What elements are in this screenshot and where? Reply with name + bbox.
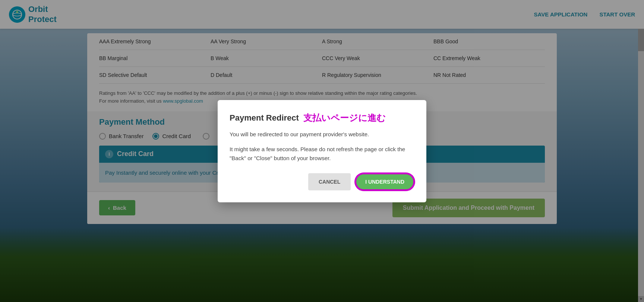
modal-body: You will be redirected to our payment pr…	[230, 130, 414, 163]
modal-actions: CANCEL I UNDERSTAND	[230, 173, 414, 190]
modal-body-line1: You will be redirected to our payment pr…	[230, 130, 414, 139]
modal-title: Payment Redirect 支払いページに進む	[230, 112, 414, 124]
understand-button[interactable]: I UNDERSTAND	[355, 173, 414, 190]
modal-overlay: Payment Redirect 支払いページに進む You will be r…	[0, 0, 644, 302]
modal-dialog: Payment Redirect 支払いページに進む You will be r…	[218, 100, 426, 202]
cancel-button[interactable]: CANCEL	[308, 173, 351, 190]
modal-body-line2: It might take a few seconds. Please do n…	[230, 145, 414, 163]
modal-title-en: Payment Redirect	[230, 113, 299, 123]
modal-title-jp: 支払いページに進む	[303, 112, 386, 124]
